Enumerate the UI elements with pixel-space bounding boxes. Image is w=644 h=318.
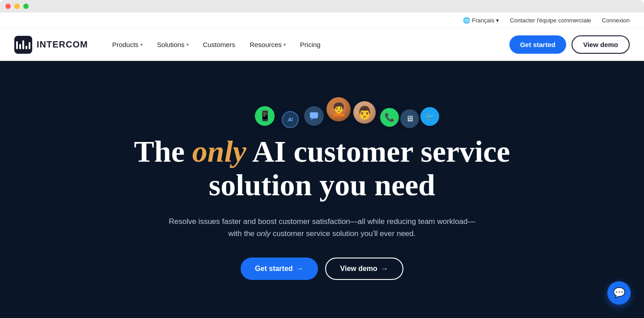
avatar2-icon: 👨 [353,101,376,124]
nav-pricing-label: Pricing [300,41,321,48]
logo[interactable]: INTERCOM [14,36,88,54]
hero-section: 📱 AI 🧑‍🦱 👨 📞 🖥 🐦 The only AI customer se… [0,61,644,318]
language-label: Français [472,17,494,24]
ai-badge-icon: AI [282,111,299,128]
login-label: Connexion [602,17,630,24]
logo-bar-5 [29,42,30,49]
hero-get-started-button[interactable]: Get started → [241,258,318,280]
language-chevron: ▾ [496,17,499,24]
hero-heading-accent: only [192,134,246,168]
resources-chevron-icon: ▾ [284,42,286,47]
minimize-button[interactable] [14,4,20,9]
logo-bar-4 [25,46,27,49]
hero-view-demo-label: View demo [340,265,377,273]
hero-subtext-line1: Resolve issues faster and boost customer… [169,217,475,226]
chat-svg [309,111,319,121]
whatsapp-icon: 📱 [255,106,275,126]
hero-get-started-label: Get started [255,265,292,273]
avatar1-icon: 🧑‍🦱 [326,97,351,121]
window-chrome [0,0,644,13]
nav-links: Products ▾ Solutions ▾ Customers Resourc… [106,37,509,52]
logo-bar-3 [22,40,24,49]
desktop-icon: 🖥 [400,109,419,128]
nav-view-demo-button[interactable]: View demo [572,35,630,54]
logo-bar-2 [19,44,21,49]
icons-cluster: 📱 AI 🧑‍🦱 👨 📞 🖥 🐦 [233,90,411,130]
nav-resources[interactable]: Resources ▾ [243,37,292,52]
nav-solutions[interactable]: Solutions ▾ [151,37,195,52]
nav-customers[interactable]: Customers [197,37,242,52]
logo-icon [14,36,32,54]
chat-icon [304,106,324,126]
logo-name: INTERCOM [37,39,88,50]
logo-bars [16,40,30,49]
svg-rect-0 [310,112,318,118]
nav-products[interactable]: Products ▾ [106,37,149,52]
nav-products-label: Products [112,41,139,48]
solutions-chevron-icon: ▾ [186,42,189,47]
maximize-button[interactable] [23,4,29,9]
hero-primary-arrow-icon: → [297,265,304,273]
hero-heading: The only AI customer service solution yo… [121,135,523,202]
person-avatar-2: 👨 [353,101,376,124]
login-link[interactable]: Connexion [602,17,630,24]
hero-subtext-line2: with the [228,229,256,238]
globe-icon: 🌐 [463,17,470,24]
nav-actions: Get started View demo [509,35,630,54]
nav-resources-label: Resources [250,41,282,48]
hero-heading-before: The [134,134,192,168]
logo-bar-1 [16,41,18,49]
hero-subtext: Resolve issues faster and boost customer… [169,215,475,240]
contact-label: Contacter l'équipe commerciale [510,17,591,24]
person-avatar-1: 🧑‍🦱 [326,97,351,121]
contact-link[interactable]: Contacter l'équipe commerciale [510,17,591,24]
nav-get-started-button[interactable]: Get started [509,35,566,54]
nav-solutions-label: Solutions [157,41,185,48]
nav-pricing[interactable]: Pricing [294,37,327,52]
hero-view-demo-button[interactable]: View demo → [325,258,403,280]
twitter-icon: 🐦 [420,107,439,126]
phone-icon: 📞 [380,108,399,127]
hero-secondary-arrow-icon: → [381,265,388,273]
hero-subtext-line3: customer service solution you'll ever ne… [271,229,416,238]
chat-widget-button[interactable]: 💬 [607,281,631,305]
language-selector[interactable]: 🌐 Français ▾ [463,17,499,24]
nav-customers-label: Customers [203,41,236,48]
hero-ctas: Get started → View demo → [241,258,403,280]
hero-heading-after: AI customer service solution you need [209,134,510,202]
top-bar: 🌐 Français ▾ Contacter l'équipe commerci… [0,13,644,29]
products-chevron-icon: ▾ [140,42,143,47]
hero-subtext-italic: only [257,229,271,238]
close-button[interactable] [5,4,11,9]
main-nav: INTERCOM Products ▾ Solutions ▾ Customer… [0,29,644,61]
chat-widget-icon: 💬 [613,287,625,299]
